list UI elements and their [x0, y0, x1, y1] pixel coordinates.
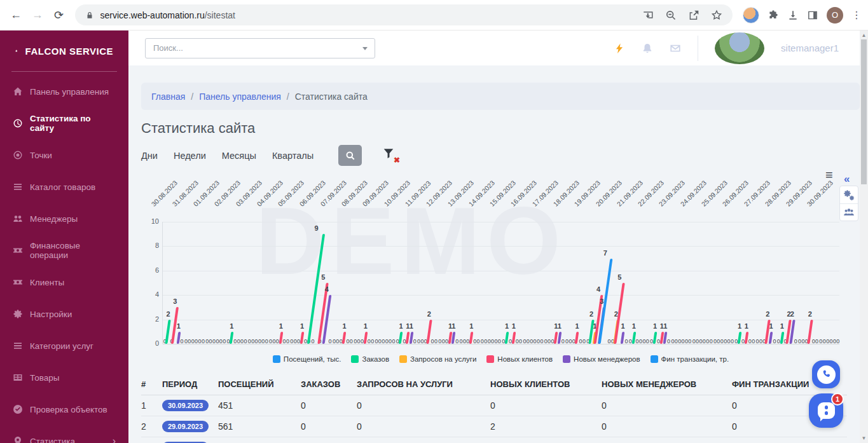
bar-slot: 0	[294, 222, 296, 344]
downloads-icon[interactable]	[787, 10, 799, 21]
browser-back-button[interactable]: ←	[6, 6, 25, 25]
table-cell: 2	[490, 421, 602, 432]
gears-icon[interactable]	[840, 186, 858, 203]
side-panel-icon[interactable]	[807, 10, 818, 21]
legend-item[interactable]: Заказов	[351, 355, 389, 363]
page-scrollbar[interactable]: ▲ ▼	[860, 31, 868, 443]
legend-item[interactable]: Посещений, тыс.	[273, 355, 341, 363]
table-row: 229.09.202356100200	[141, 416, 847, 437]
scroll-down-icon[interactable]: ▼	[860, 435, 868, 441]
bar-slot: 0	[216, 222, 219, 344]
period-pill-button[interactable]: 30.09.2023	[162, 400, 209, 411]
sidebar-item-site-stats[interactable]: Статистика по сайту	[0, 107, 128, 139]
bar-zero-label: 0	[205, 338, 209, 344]
bar-slot: 0	[375, 222, 378, 344]
bar-group-16.09.2023: 000000	[523, 222, 544, 344]
bar-slot: 0	[773, 222, 776, 344]
table-icon	[13, 372, 23, 383]
bar-value-label: 2	[166, 310, 170, 318]
legend-label: Запросов на услуги	[410, 355, 476, 363]
chart-search-button[interactable]	[338, 145, 362, 166]
brand[interactable]: FALCON SERVICE	[0, 31, 128, 71]
sidebar-item-dashboard[interactable]: Панель управления	[0, 76, 128, 107]
sidebar-item-goods[interactable]: Товары	[0, 362, 128, 393]
bar-slot: 0	[382, 222, 385, 344]
bar-zero-label: 0	[523, 338, 526, 344]
bar-slot: 0	[672, 222, 674, 344]
sidebar-item-settings[interactable]: Настройки	[0, 298, 128, 330]
sidebar-item-clients[interactable]: Клиенты	[0, 266, 128, 298]
legend-item[interactable]: Запросов на услуги	[399, 355, 476, 363]
username[interactable]: sitemanager1	[781, 43, 839, 53]
scrollbar-thumb[interactable]	[861, 39, 867, 184]
bar-zero-label: 0	[431, 338, 434, 344]
scroll-up-icon[interactable]: ▲	[860, 32, 868, 38]
sidebar-item-statistics[interactable]: Статистика›	[0, 425, 128, 443]
bell-icon[interactable]	[642, 43, 653, 54]
breadcrumb-link[interactable]: Панель управления	[199, 92, 281, 102]
collapse-panel-icon[interactable]: «	[844, 173, 850, 186]
money-icon	[13, 245, 23, 256]
browser-reload-button[interactable]: ⟳	[50, 6, 69, 25]
tab-месяцы[interactable]: Месяцы	[222, 151, 256, 161]
table-column-header: #	[141, 379, 162, 389]
bar-group-02.09.2023: 010000	[226, 222, 247, 344]
address-bar[interactable]: service.web-automation.ru/sitestat	[75, 4, 733, 25]
sidebar-item-points[interactable]: Точки	[0, 139, 128, 171]
bar-value-label: 1	[632, 322, 636, 330]
bar-zero-label: 0	[639, 338, 642, 344]
zoom-out-icon[interactable]	[665, 10, 677, 21]
tab-дни[interactable]: Дни	[141, 151, 158, 161]
check-icon	[13, 404, 23, 414]
bar-slot: 7	[604, 222, 607, 344]
clear-filter-button[interactable]: ✖	[383, 147, 399, 164]
sidebar-item-catalog[interactable]: Каталог товаров	[0, 171, 128, 203]
search-select[interactable]: Поиск...	[145, 38, 375, 58]
bar-slot: 0	[667, 222, 670, 344]
bar-zero-label: 0	[798, 338, 801, 344]
browser-forward-button[interactable]: →	[28, 6, 47, 25]
bar-value-label: 9	[314, 224, 318, 232]
sidebar-item-finance[interactable]: Финансовые операции	[0, 235, 128, 266]
bookmark-star-icon[interactable]	[711, 10, 722, 21]
bar-slot: 0	[569, 222, 572, 344]
user-avatar[interactable]	[715, 32, 764, 64]
breadcrumb-link[interactable]: Главная	[151, 92, 185, 102]
legend-item[interactable]: Новых менеджеров	[563, 355, 640, 363]
bar-group-06.09.2023: 090540	[311, 222, 332, 344]
bar-slot: 0	[706, 222, 709, 344]
bar-slot: 0	[431, 222, 434, 344]
call-fab-button[interactable]	[812, 360, 840, 388]
bar-group-13.09.2023: 000100	[459, 222, 480, 344]
bar-zero-label: 0	[329, 338, 332, 344]
tab-недели[interactable]: Недели	[174, 151, 206, 161]
period-pill-button[interactable]: 29.09.2023	[162, 421, 209, 432]
bar-zero-label: 0	[184, 338, 188, 344]
legend-label: Фин транзакции, тр.	[661, 355, 729, 363]
lock-icon	[85, 11, 94, 20]
bar-slot: 0	[350, 222, 352, 344]
page-title: Статистика сайта	[141, 120, 860, 137]
tab-кварталы[interactable]: Кварталы	[272, 151, 313, 161]
browser-profile-button[interactable]: O	[827, 7, 843, 24]
legend-item[interactable]: Фин транзакции, тр.	[651, 355, 729, 363]
bar-slot: 0	[565, 222, 568, 344]
bar-group-19.09.2023: 021437	[586, 222, 607, 344]
bar-slot: 1	[230, 222, 233, 344]
bar-slot: 1	[343, 222, 345, 344]
legend-item[interactable]: Новых клиентов	[486, 355, 553, 363]
share-icon[interactable]	[688, 10, 699, 21]
install-app-icon[interactable]	[642, 10, 654, 21]
sidebar-item-managers[interactable]: Менеджеры	[0, 203, 128, 235]
bolt-icon[interactable]	[614, 43, 625, 54]
sidebar-item-service-categories[interactable]: Категории услуг	[0, 330, 128, 362]
extensions-puzzle-icon[interactable]	[768, 10, 779, 21]
clear-x-icon: ✖	[394, 156, 400, 165]
extension-avatar-icon[interactable]	[743, 7, 759, 24]
browser-menu-icon[interactable]: ⋮	[851, 9, 862, 21]
bar-zero-label: 0	[488, 338, 491, 344]
search-icon	[345, 151, 355, 161]
people-icon[interactable]	[840, 203, 858, 221]
sidebar-item-object-check[interactable]: Проверка объектов	[0, 393, 128, 425]
mail-icon[interactable]	[670, 43, 681, 54]
